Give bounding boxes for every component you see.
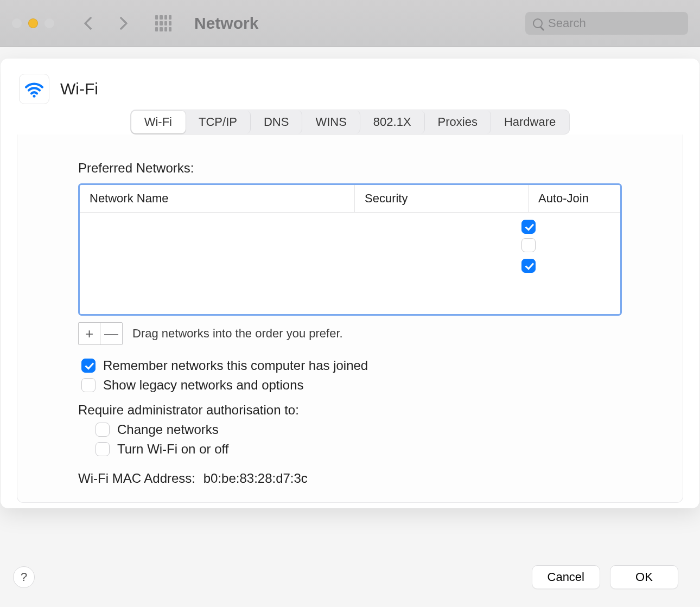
forward-icon[interactable]	[114, 16, 128, 30]
zoom-window-icon[interactable]	[44, 18, 54, 28]
window-toolbar: Network Search	[0, 0, 700, 47]
tab-wifi[interactable]: Wi-Fi	[131, 111, 186, 133]
ok-button[interactable]: OK	[610, 565, 678, 589]
tab-8021x[interactable]: 802.1X	[360, 111, 425, 133]
tab-tcpip[interactable]: TCP/IP	[186, 111, 251, 133]
search-icon	[533, 18, 543, 28]
wifi-mac-row: Wi-Fi MAC Address: b0:be:83:28:d7:3c	[78, 471, 622, 486]
table-row[interactable]	[90, 237, 610, 256]
sheet-title: Wi-Fi	[60, 80, 98, 98]
preferred-networks-label: Preferred Networks:	[78, 161, 622, 176]
remove-network-button[interactable]: —	[100, 323, 122, 344]
preferred-networks-table[interactable]: Network Name Security Auto-Join	[78, 183, 622, 316]
wifi-icon	[19, 74, 49, 104]
toggle-wifi-checkbox[interactable]	[96, 442, 110, 456]
add-network-button[interactable]: +	[79, 323, 100, 344]
tab-wins[interactable]: WINS	[302, 111, 360, 133]
table-row[interactable]	[90, 256, 610, 276]
require-admin-label: Require administrator authorisation to:	[78, 402, 622, 418]
table-row[interactable]	[90, 217, 610, 237]
autojoin-checkbox[interactable]	[521, 220, 536, 234]
traffic-lights	[12, 18, 54, 28]
change-networks-label: Change networks	[117, 422, 219, 437]
search-input[interactable]: Search	[525, 12, 688, 35]
minimise-window-icon[interactable]	[28, 18, 38, 28]
wifi-advanced-sheet: Wi-Fi Wi-Fi TCP/IP DNS WINS 802.1X Proxi…	[1, 59, 699, 508]
drag-order-hint: Drag networks into the order you prefer.	[132, 327, 343, 341]
wifi-mac-label: Wi-Fi MAC Address:	[78, 471, 195, 485]
show-legacy-label: Show legacy networks and options	[103, 378, 304, 393]
remember-networks-label: Remember networks this computer has join…	[103, 358, 368, 373]
tab-proxies[interactable]: Proxies	[425, 111, 491, 133]
remember-networks-checkbox[interactable]	[81, 359, 96, 373]
tab-bar: Wi-Fi TCP/IP DNS WINS 802.1X Proxies Har…	[130, 110, 570, 135]
window-title: Network	[194, 14, 258, 33]
autojoin-checkbox[interactable]	[521, 259, 536, 273]
column-header-name[interactable]: Network Name	[80, 185, 354, 212]
remember-networks-option[interactable]: Remember networks this computer has join…	[78, 358, 622, 373]
tab-dns[interactable]: DNS	[251, 111, 302, 133]
show-legacy-checkbox[interactable]	[81, 378, 96, 392]
add-remove-segment: + —	[78, 322, 123, 345]
help-button[interactable]: ?	[13, 566, 35, 588]
close-window-icon[interactable]	[12, 18, 22, 28]
change-networks-option[interactable]: Change networks	[92, 422, 622, 437]
column-header-autojoin[interactable]: Auto-Join	[528, 185, 620, 212]
wifi-panel: Preferred Networks: Network Name Securit…	[17, 135, 683, 503]
autojoin-checkbox[interactable]	[521, 238, 536, 252]
toggle-wifi-label: Turn Wi-Fi on or off	[117, 442, 228, 457]
wifi-mac-value: b0:be:83:28:d7:3c	[203, 471, 308, 485]
dialog-footer: ? Cancel OK	[0, 547, 700, 607]
search-placeholder: Search	[548, 16, 586, 30]
change-networks-checkbox[interactable]	[96, 423, 110, 437]
tab-hardware[interactable]: Hardware	[491, 111, 569, 133]
cancel-button[interactable]: Cancel	[532, 565, 600, 589]
show-all-prefs-icon[interactable]	[155, 15, 171, 31]
back-icon[interactable]	[84, 16, 97, 30]
svg-point-0	[33, 95, 36, 98]
show-legacy-option[interactable]: Show legacy networks and options	[78, 378, 622, 393]
nav-arrows	[86, 18, 126, 28]
column-header-security[interactable]: Security	[354, 185, 528, 212]
toggle-wifi-option[interactable]: Turn Wi-Fi on or off	[92, 442, 622, 457]
